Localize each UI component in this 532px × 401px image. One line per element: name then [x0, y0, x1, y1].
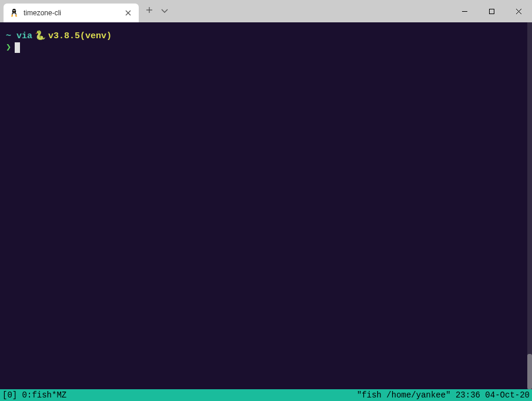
svg-point-4 [15, 11, 15, 11]
minimize-button[interactable] [451, 0, 478, 22]
venv-label: (venv) [80, 31, 112, 42]
prompt-arrow: ❯ [6, 42, 11, 54]
window-titlebar: timezone-cli [0, 0, 532, 22]
svg-point-3 [14, 11, 14, 11]
tmux-statusbar: [0] 0:fish*MZ "fish /home/yankee" 23:36 … [0, 389, 532, 401]
status-left: [0] 0:fish*MZ [2, 390, 66, 400]
tab-actions [146, 6, 168, 16]
python-snake-icon: 🐍 [35, 31, 46, 42]
tab-timezone-cli[interactable]: timezone-cli [4, 4, 139, 22]
linux-icon [9, 8, 19, 18]
cursor-block [15, 42, 20, 53]
close-tab-icon[interactable] [123, 8, 133, 18]
window-controls [451, 0, 532, 22]
tabs-area: timezone-cli [0, 0, 168, 22]
new-tab-button[interactable] [146, 6, 153, 16]
prompt-line-2: ❯ [6, 42, 526, 54]
scrollbar[interactable] [527, 22, 532, 389]
maximize-button[interactable] [478, 0, 505, 22]
tab-title: timezone-cli [24, 9, 119, 17]
python-version: v3.8.5 [48, 31, 80, 42]
scrollbar-thumb[interactable] [527, 354, 532, 389]
prompt-path-via: ~ via [6, 31, 32, 42]
close-button[interactable] [505, 0, 532, 22]
dropdown-icon[interactable] [161, 6, 168, 16]
svg-rect-13 [489, 9, 494, 14]
status-right: "fish /home/yankee" 23:36 04-Oct-20 [357, 390, 530, 400]
terminal-body[interactable]: ~ via 🐍 v3.8.5 (venv) ❯ [0, 22, 532, 389]
prompt-line-1: ~ via 🐍 v3.8.5 (venv) [6, 31, 526, 42]
